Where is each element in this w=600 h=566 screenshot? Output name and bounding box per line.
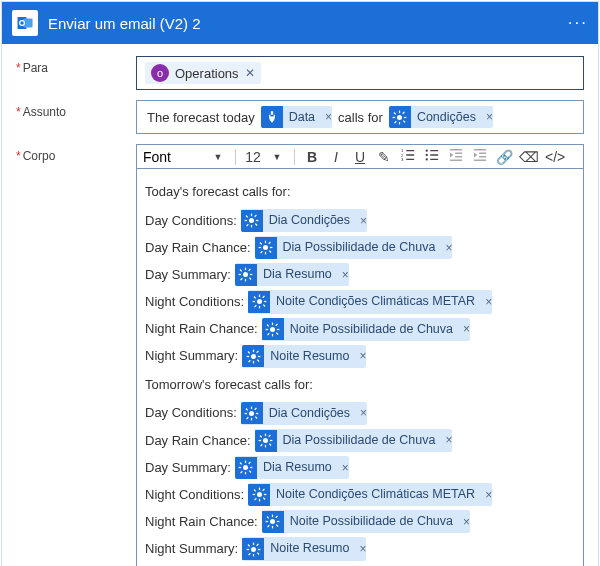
svg-rect-25 xyxy=(246,215,249,218)
remove-icon[interactable]: × xyxy=(445,237,452,259)
body-line: Night Conditions:Noite Condições Climáti… xyxy=(145,481,575,508)
svg-rect-71 xyxy=(257,359,260,362)
bullet-list-button[interactable] xyxy=(423,148,441,165)
svg-rect-88 xyxy=(259,435,262,438)
body-editor[interactable]: Today's forecast calls for: Day Conditio… xyxy=(136,168,584,566)
body-line: Night Conditions:Noite Condições Climáti… xyxy=(145,288,575,315)
italic-button[interactable]: I xyxy=(327,149,345,165)
svg-rect-53 xyxy=(262,305,265,308)
svg-rect-120 xyxy=(253,542,254,545)
svg-rect-12 xyxy=(403,111,406,114)
svg-rect-95 xyxy=(239,467,242,468)
dynamic-token[interactable]: Noite Condições Climáticas METAR× xyxy=(248,290,492,313)
svg-point-29 xyxy=(263,245,268,250)
svg-rect-26 xyxy=(255,223,258,226)
svg-rect-52 xyxy=(253,297,256,300)
svg-rect-124 xyxy=(247,544,250,547)
svg-rect-58 xyxy=(272,333,273,336)
gear-icon xyxy=(235,264,257,286)
bold-button[interactable]: B xyxy=(303,149,321,165)
remove-icon[interactable]: × xyxy=(360,402,367,424)
remove-icon[interactable]: × xyxy=(445,429,452,451)
more-menu[interactable]: ··· xyxy=(568,13,588,33)
outdent-button[interactable] xyxy=(447,148,465,165)
section-header: Tomorrow's forecast calls for: xyxy=(145,373,575,397)
svg-rect-96 xyxy=(250,467,253,468)
remove-icon[interactable]: × xyxy=(463,511,470,533)
svg-rect-97 xyxy=(240,462,243,465)
svg-rect-116 xyxy=(276,525,279,528)
remove-icon[interactable]: × xyxy=(359,538,366,560)
svg-rect-99 xyxy=(249,462,252,465)
gear-icon xyxy=(242,345,264,367)
font-size[interactable]: 12 xyxy=(244,149,262,165)
svg-rect-11 xyxy=(403,120,406,123)
dynamic-token[interactable]: Dia Condições× xyxy=(241,209,367,232)
remove-icon[interactable]: × xyxy=(486,110,493,124)
gear-icon xyxy=(255,237,277,259)
code-view-button[interactable]: </> xyxy=(545,149,565,165)
numbered-list-button[interactable]: 123 xyxy=(399,148,417,165)
svg-rect-64 xyxy=(267,332,270,335)
dynamic-token[interactable]: Dia Resumo× xyxy=(235,263,349,286)
token-conditions[interactable]: Condições × xyxy=(389,106,493,128)
svg-point-18 xyxy=(426,154,428,156)
recipient-pill[interactable]: o Operations ✕ xyxy=(145,62,261,84)
svg-rect-109 xyxy=(254,498,257,501)
dynamic-token[interactable]: Dia Possibilidade de Chuva× xyxy=(255,236,453,259)
svg-point-92 xyxy=(243,465,248,470)
remove-icon[interactable]: × xyxy=(342,457,349,479)
subject-input[interactable]: The forecast today Data × calls for Cond… xyxy=(136,100,584,134)
dynamic-token[interactable]: Dia Resumo× xyxy=(235,456,349,479)
svg-rect-55 xyxy=(254,305,257,308)
svg-point-5 xyxy=(397,115,402,120)
dynamic-token[interactable]: Dia Possibilidade de Chuva× xyxy=(255,429,453,452)
svg-rect-103 xyxy=(258,499,259,502)
svg-rect-78 xyxy=(256,413,259,414)
svg-rect-54 xyxy=(262,296,265,299)
svg-point-83 xyxy=(263,438,268,443)
link-button[interactable]: 🔗 xyxy=(495,149,513,165)
svg-rect-34 xyxy=(259,242,262,245)
dynamic-token[interactable]: Dia Condições× xyxy=(241,402,367,425)
svg-rect-82 xyxy=(246,417,249,420)
rich-text-toolbar: ▼ 12 ▼ B I U ✎ 123 🔗 ⌫ </> xyxy=(136,144,584,168)
svg-rect-51 xyxy=(263,301,266,302)
svg-rect-23 xyxy=(245,220,248,221)
clear-format-button[interactable]: ⌫ xyxy=(519,149,539,165)
indent-button[interactable] xyxy=(471,148,489,165)
dynamic-token[interactable]: Noite Possibilidade de Chuva× xyxy=(262,318,470,341)
remove-icon[interactable]: × xyxy=(359,345,366,367)
row-body: *Corpo ▼ 12 ▼ B I U ✎ 123 🔗 xyxy=(16,144,584,566)
remove-icon[interactable]: × xyxy=(463,318,470,340)
svg-rect-39 xyxy=(245,268,246,271)
svg-point-19 xyxy=(426,158,428,160)
underline-button[interactable]: U xyxy=(351,149,369,165)
token-data[interactable]: Data × xyxy=(261,106,332,128)
remove-icon[interactable]: × xyxy=(325,110,332,124)
dynamic-token[interactable]: Noite Condições Climáticas METAR× xyxy=(248,483,492,506)
svg-rect-94 xyxy=(245,472,246,475)
dynamic-token[interactable]: Noite Possibilidade de Chuva× xyxy=(262,510,470,533)
svg-rect-114 xyxy=(277,521,280,522)
remove-icon[interactable]: × xyxy=(485,291,492,313)
svg-rect-126 xyxy=(256,543,259,546)
gear-icon xyxy=(241,402,263,424)
remove-icon[interactable]: × xyxy=(360,210,367,232)
remove-icon[interactable]: × xyxy=(485,484,492,506)
svg-rect-49 xyxy=(258,306,259,309)
remove-icon[interactable]: ✕ xyxy=(245,66,255,80)
dynamic-token[interactable]: Noite Resumo× xyxy=(242,537,366,560)
color-button[interactable]: ✎ xyxy=(375,149,393,165)
body-line: Day Conditions:Dia Condições× xyxy=(145,400,575,427)
font-select[interactable] xyxy=(143,149,203,165)
svg-rect-81 xyxy=(255,407,258,410)
chevron-down-icon[interactable]: ▼ xyxy=(268,152,286,162)
remove-icon[interactable]: × xyxy=(342,264,349,286)
dynamic-token[interactable]: Noite Resumo× xyxy=(242,345,366,368)
card-header[interactable]: Enviar um email (V2) 2 ··· xyxy=(2,2,598,44)
svg-point-38 xyxy=(243,272,248,277)
to-input[interactable]: o Operations ✕ xyxy=(136,56,584,90)
chevron-down-icon[interactable]: ▼ xyxy=(209,152,227,162)
body-line: Day Summary:Dia Resumo× xyxy=(145,454,575,481)
